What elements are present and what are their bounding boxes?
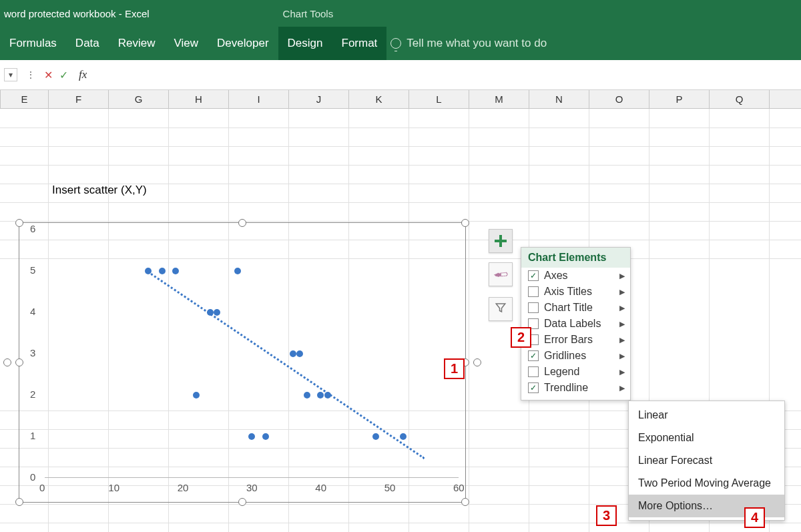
plus-icon: [495, 235, 507, 247]
chart-element-item-legend[interactable]: Legend▶: [521, 364, 630, 380]
resize-handle[interactable]: [473, 358, 481, 366]
cancel-icon[interactable]: ✕: [44, 69, 53, 81]
checkbox-icon[interactable]: ✓: [528, 350, 539, 361]
col-header-N[interactable]: N: [529, 90, 589, 108]
resize-handle[interactable]: [15, 358, 23, 366]
chart-element-item-axis-titles[interactable]: Axis Titles▶: [521, 284, 630, 300]
trendline-option-linear-forecast[interactable]: Linear Forecast: [629, 449, 784, 472]
data-point[interactable]: [262, 433, 269, 440]
data-point[interactable]: [400, 433, 407, 440]
tab-view[interactable]: View: [165, 27, 208, 60]
trendline-submenu: LinearExponentialLinear ForecastTwo Peri…: [628, 401, 785, 521]
data-point[interactable]: [159, 268, 166, 274]
data-point[interactable]: [172, 268, 179, 274]
formula-bar-divider: ⋮: [24, 68, 37, 81]
name-box-dropdown[interactable]: ▾: [4, 68, 17, 81]
col-header-P[interactable]: P: [649, 90, 710, 108]
tab-format[interactable]: Format: [332, 27, 387, 60]
tab-developer[interactable]: Developer: [208, 27, 278, 60]
chart-element-item-trendline[interactable]: ✓Trendline▶: [521, 380, 630, 396]
data-point[interactable]: [248, 433, 255, 440]
col-header-O[interactable]: O: [589, 90, 649, 108]
checkbox-icon[interactable]: [528, 366, 539, 377]
gridline: [0, 221, 801, 222]
x-tick: 60: [453, 482, 465, 493]
resize-handle[interactable]: [238, 498, 246, 506]
data-point[interactable]: [214, 309, 220, 316]
chart-elements-button[interactable]: [489, 229, 513, 253]
col-header-F[interactable]: F: [49, 90, 109, 108]
paintbrush-icon: 🖌: [491, 265, 509, 284]
resize-handle[interactable]: [238, 219, 246, 227]
trendline-option-two-period-moving-average[interactable]: Two Period Moving Average: [629, 472, 784, 495]
chart-element-item-axes[interactable]: ✓Axes▶: [521, 268, 630, 284]
y-tick: 1: [30, 430, 35, 441]
col-header-L[interactable]: L: [409, 90, 469, 108]
y-tick: 5: [30, 264, 35, 276]
gridline: [0, 146, 801, 147]
chevron-right-icon: ▶: [619, 352, 626, 360]
tell-me-search[interactable]: Tell me what you want to do: [390, 37, 547, 50]
plot-area[interactable]: 01234560102030405060: [45, 230, 459, 478]
chart-element-item-error-bars[interactable]: Error Bars▶: [521, 332, 630, 348]
data-point[interactable]: [290, 350, 296, 357]
resize-handle[interactable]: [15, 219, 23, 227]
chart-styles-button[interactable]: 🖌: [489, 262, 513, 286]
checkbox-icon[interactable]: [528, 302, 539, 313]
lightbulb-icon: [390, 38, 401, 49]
annotation-1: 1: [444, 358, 465, 379]
resize-handle[interactable]: [3, 358, 11, 366]
data-point[interactable]: [372, 433, 379, 440]
data-point[interactable]: [304, 392, 310, 398]
formula-input[interactable]: [93, 60, 797, 89]
tab-formulas[interactable]: Formulas: [0, 27, 66, 60]
data-point[interactable]: [317, 392, 324, 398]
chart-element-label: Data Labels: [544, 318, 601, 330]
y-tick: 0: [30, 471, 35, 483]
y-tick: 3: [30, 347, 35, 358]
cell-f4[interactable]: Insert scatter (X,Y): [52, 184, 147, 197]
tab-review[interactable]: Review: [109, 27, 165, 60]
trendline-option-exponential[interactable]: Exponential: [629, 427, 784, 449]
data-point[interactable]: [296, 350, 303, 357]
x-tick: 0: [39, 482, 45, 493]
data-point[interactable]: [234, 268, 241, 274]
embedded-chart[interactable]: 01234560102030405060: [19, 222, 466, 503]
checkbox-icon[interactable]: [528, 286, 539, 297]
col-header-M[interactable]: M: [469, 90, 529, 108]
trendline[interactable]: [148, 271, 425, 459]
col-header-J[interactable]: J: [289, 90, 349, 108]
chart-filters-button[interactable]: [489, 297, 513, 321]
chart-element-item-gridlines[interactable]: ✓Gridlines▶: [521, 348, 630, 364]
chevron-right-icon: ▶: [619, 320, 626, 328]
col-header-Q[interactable]: Q: [710, 90, 770, 108]
col-header-I[interactable]: I: [229, 90, 289, 108]
tab-data[interactable]: Data: [66, 27, 109, 60]
gridline: [469, 109, 469, 532]
data-point[interactable]: [193, 392, 200, 398]
chevron-right-icon: ▶: [619, 384, 626, 392]
ribbon-context-label: Chart Tools: [283, 8, 334, 19]
col-header-H[interactable]: H: [169, 90, 229, 108]
y-tick: 4: [30, 306, 35, 317]
formula-bar: ▾ ⋮ ✕ ✓ fx: [0, 60, 801, 90]
x-tick: 50: [384, 482, 396, 493]
enter-icon[interactable]: ✓: [59, 69, 68, 81]
col-header-E[interactable]: E: [1, 90, 49, 108]
resize-handle[interactable]: [461, 219, 469, 227]
chart-element-label: Axis Titles: [544, 286, 592, 298]
chart-element-item-data-labels[interactable]: Data Labels▶: [521, 316, 630, 332]
col-header-K[interactable]: K: [349, 90, 409, 108]
fx-icon[interactable]: fx: [79, 68, 87, 81]
tab-design[interactable]: Design: [278, 27, 332, 60]
resize-handle[interactable]: [15, 498, 23, 506]
chart-element-item-chart-title[interactable]: Chart Title▶: [521, 300, 630, 316]
chart-element-label: Gridlines: [544, 350, 586, 362]
trendline-option-linear[interactable]: Linear: [629, 404, 784, 427]
resize-handle[interactable]: [461, 498, 469, 506]
gridline: [0, 165, 801, 166]
column-headers: E F G H I J K L M N O P Q: [0, 90, 801, 109]
checkbox-icon[interactable]: ✓: [528, 270, 539, 281]
col-header-G[interactable]: G: [109, 90, 169, 108]
checkbox-icon[interactable]: ✓: [528, 382, 539, 393]
